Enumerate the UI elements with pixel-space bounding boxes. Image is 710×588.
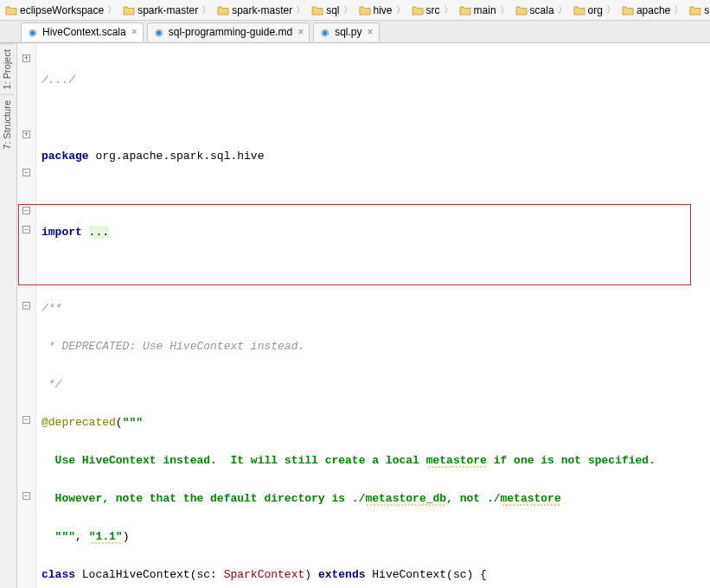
breadcrumb-item[interactable]: eclipseWorkspace〉 xyxy=(3,3,121,16)
string-warn: metastore xyxy=(501,492,561,506)
editor-tab[interactable]: ◉sql.py× xyxy=(313,22,379,42)
breadcrumb-label: apache xyxy=(636,4,670,16)
breadcrumb-item[interactable]: sql〉 xyxy=(310,3,356,16)
chevron-right-icon: 〉 xyxy=(107,3,117,16)
tool-structure[interactable]: 7: Structure xyxy=(0,94,14,155)
code-editor[interactable]: + + − − − − − − /.../ package org.apache… xyxy=(17,43,710,588)
string-warn: metastore xyxy=(426,454,487,468)
fold-minus-icon[interactable]: − xyxy=(22,207,30,214)
chevron-right-icon: 〉 xyxy=(396,3,406,16)
folder-icon xyxy=(573,5,585,16)
breadcrumb-item[interactable]: spark-master〉 xyxy=(121,3,215,16)
string: if one is not specified. xyxy=(487,454,656,467)
folder-icon xyxy=(412,5,424,16)
folder-icon xyxy=(689,5,701,16)
breadcrumb-item[interactable]: scala〉 xyxy=(514,3,572,16)
string: Use HiveContext instead. It will still c… xyxy=(42,454,426,467)
breadcrumb-label: hive xyxy=(374,4,393,16)
breadcrumb-item[interactable]: spark xyxy=(688,4,710,16)
chevron-right-icon: 〉 xyxy=(606,3,616,16)
string: """ xyxy=(123,416,143,429)
folder-icon xyxy=(359,5,371,16)
editor-tabs: ◉HiveContext.scala×◉sql-programming-guid… xyxy=(0,21,710,43)
folder-icon xyxy=(311,5,323,16)
comment: /** xyxy=(42,302,61,315)
breadcrumb-item[interactable]: hive〉 xyxy=(357,3,410,16)
breadcrumb-label: spark-master xyxy=(138,4,198,16)
chevron-right-icon: 〉 xyxy=(444,3,453,16)
breadcrumb-label: spark xyxy=(704,4,710,16)
breadcrumb-label: src xyxy=(426,4,440,16)
file-icon: ◉ xyxy=(153,26,165,38)
folder-icon xyxy=(515,5,528,16)
gutter: + + − − − − − − xyxy=(17,43,36,588)
folder-icon xyxy=(5,5,17,16)
tab-label: HiveContext.scala xyxy=(42,26,126,38)
keyword-class: class xyxy=(42,568,75,581)
chevron-right-icon: 〉 xyxy=(500,3,509,16)
comment: */ xyxy=(42,378,61,391)
fold-minus-icon[interactable]: − xyxy=(22,226,30,233)
fold-minus-icon[interactable]: − xyxy=(22,169,30,176)
editor-tab[interactable]: ◉sql-programming-guide.md× xyxy=(147,22,310,42)
folder-icon xyxy=(622,5,634,16)
string-warn: "1.1" xyxy=(89,530,123,544)
comment: * DEPRECATED: Use HiveContext instead. xyxy=(42,340,304,353)
fold-plus-icon[interactable]: + xyxy=(22,54,30,62)
file-icon: ◉ xyxy=(319,26,331,38)
breadcrumb-label: scala xyxy=(530,4,554,16)
close-icon[interactable]: × xyxy=(368,26,374,38)
tool-project[interactable]: 1: Project xyxy=(0,43,14,94)
tab-label: sql.py xyxy=(335,26,361,38)
string: """ xyxy=(42,530,75,543)
annotation: @deprecated xyxy=(42,416,116,429)
breadcrumb-label: org xyxy=(588,4,603,16)
breadcrumb-item[interactable]: main〉 xyxy=(457,3,514,16)
keyword-package: package xyxy=(42,150,89,163)
left-tool-strip: 1: Project 7: Structure xyxy=(0,43,17,588)
breadcrumb-label: sql xyxy=(326,4,339,16)
chevron-right-icon: 〉 xyxy=(201,3,211,16)
chevron-right-icon: 〉 xyxy=(343,3,353,16)
code-area[interactable]: /.../ package org.apache.spark.sql.hive … xyxy=(36,43,710,588)
string: However, note that the default directory… xyxy=(42,492,365,505)
folder-icon xyxy=(459,5,471,16)
string: , not ./ xyxy=(446,492,500,505)
chevron-right-icon: 〉 xyxy=(674,3,683,16)
breadcrumb-label: main xyxy=(474,4,496,16)
breadcrumb-item[interactable]: apache〉 xyxy=(620,3,688,16)
class-decl: LocalHiveContext(sc: xyxy=(75,568,224,581)
folder-icon xyxy=(217,5,229,16)
chevron-right-icon: 〉 xyxy=(296,3,305,16)
breadcrumb: eclipseWorkspace〉spark-master〉spark-mast… xyxy=(0,0,710,21)
breadcrumb-item[interactable]: org〉 xyxy=(572,3,620,16)
breadcrumb-item[interactable]: src〉 xyxy=(410,3,457,16)
folded-header: /.../ xyxy=(42,74,75,86)
class-extends: HiveContext(sc) { xyxy=(366,568,487,581)
fold-minus-icon[interactable]: − xyxy=(22,492,30,500)
breadcrumb-label: eclipseWorkspace xyxy=(20,4,104,16)
comma: , xyxy=(75,530,89,543)
fold-plus-icon[interactable]: + xyxy=(22,131,30,138)
folder-icon xyxy=(123,5,135,16)
fold-minus-icon[interactable]: − xyxy=(22,416,30,424)
tab-label: sql-programming-guide.md xyxy=(169,26,292,38)
package-path: org.apache.spark.sql.hive xyxy=(89,150,265,163)
folded-imports[interactable]: ... xyxy=(89,226,109,239)
close-icon[interactable]: × xyxy=(131,26,138,38)
chevron-right-icon: 〉 xyxy=(558,3,567,16)
string-warn: metastore_db xyxy=(365,492,446,506)
type: SparkContext xyxy=(224,568,305,581)
editor-tab[interactable]: ◉HiveContext.scala× xyxy=(21,22,144,42)
keyword-extends: extends xyxy=(318,568,366,581)
breadcrumb-item[interactable]: spark-master〉 xyxy=(215,3,310,16)
paren: ) xyxy=(123,530,130,543)
paren: ) xyxy=(304,568,318,581)
breadcrumb-label: spark-master xyxy=(232,4,292,16)
file-icon: ◉ xyxy=(27,26,39,38)
close-icon[interactable]: × xyxy=(297,26,304,38)
fold-minus-icon[interactable]: − xyxy=(22,302,30,310)
paren: ( xyxy=(116,416,123,429)
keyword-import: import xyxy=(42,226,89,239)
